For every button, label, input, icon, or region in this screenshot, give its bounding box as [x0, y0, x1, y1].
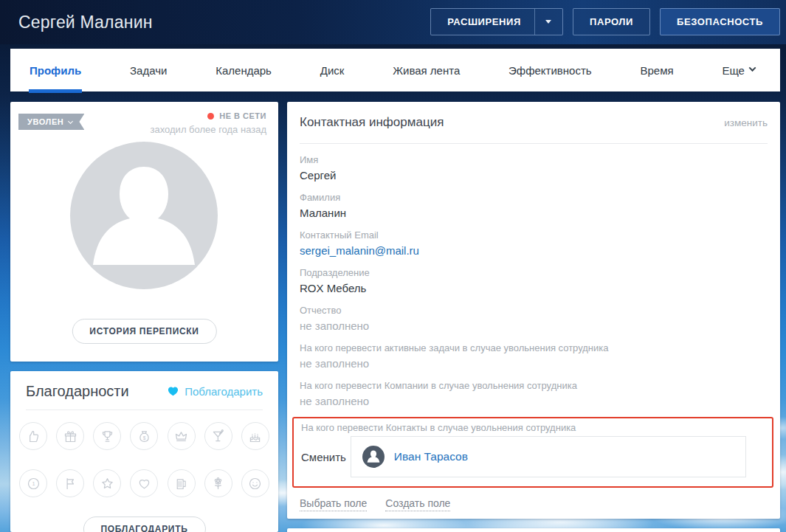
- person-silhouette-icon: [70, 142, 218, 289]
- money-bag-icon: $: [130, 422, 158, 450]
- fired-status-ribbon[interactable]: УВОЛЕН: [18, 114, 84, 130]
- badge-row-2: 1: [19, 469, 269, 497]
- offline-dot-icon: [207, 113, 214, 120]
- beer-icon: [168, 469, 196, 497]
- last-seen-text: заходил более года назад: [151, 124, 266, 135]
- change-link[interactable]: Сменить: [301, 451, 346, 463]
- flower-icon: [204, 469, 232, 497]
- tab-more[interactable]: Еще: [722, 49, 755, 91]
- extensions-dropdown-button[interactable]: [534, 9, 562, 35]
- trophy-icon: [93, 422, 121, 450]
- tab-profile-label: Профиль: [30, 64, 81, 77]
- field-value: не заполнено: [300, 394, 768, 409]
- heart-icon: [130, 469, 158, 497]
- create-field-link[interactable]: Создать поле: [385, 497, 450, 511]
- crown-icon: [168, 422, 196, 450]
- badge-grid: $ 1: [10, 410, 278, 497]
- contact-fields: Имя Сергей Фамилия Маланин Контактный Em…: [300, 144, 768, 511]
- chevron-down-icon: [748, 64, 756, 72]
- next-card-top-edge: [287, 528, 780, 532]
- profile-avatar: [70, 142, 218, 289]
- field-value: Сергей: [300, 168, 768, 183]
- person-silhouette-icon: [362, 446, 385, 468]
- tab-time[interactable]: Время: [640, 49, 673, 91]
- flag-icon: [56, 469, 84, 497]
- like-icon: [19, 422, 47, 450]
- presence-status: НЕ В СЕТИ: [219, 111, 266, 120]
- field-last-name: Фамилия Маланин: [300, 191, 768, 221]
- field-first-name: Имя Сергей: [300, 153, 768, 183]
- field-email: Контактный Email sergei_malanin@mail.ru: [300, 229, 768, 258]
- cake-icon: [241, 422, 269, 450]
- tab-calendar[interactable]: Календарь: [216, 49, 272, 91]
- star-icon: [93, 469, 121, 497]
- tab-tasks[interactable]: Задачи: [130, 49, 167, 91]
- medal-1-icon: 1: [19, 469, 47, 497]
- extensions-button[interactable]: РАСШИРЕНИЯ: [430, 8, 563, 35]
- tab-efficiency[interactable]: Эффективность: [509, 49, 592, 91]
- svg-text:$: $: [143, 435, 146, 440]
- highlighted-transfer-contacts-field: На кого перевести Контакты в случае увол…: [292, 417, 773, 488]
- security-button[interactable]: БЕЗОПАСНОСТЬ: [660, 8, 780, 35]
- tab-feed-label: Живая лента: [393, 64, 460, 77]
- field-label: Контактный Email: [300, 229, 768, 241]
- gift-icon: [56, 422, 84, 450]
- caret-down-icon: [545, 20, 551, 24]
- field-transfer-tasks: На кого перевести активные задачи в случ…: [300, 342, 768, 371]
- field-value: Маланин: [300, 206, 768, 221]
- person-avatar: [362, 446, 385, 468]
- tab-time-label: Время: [640, 64, 673, 77]
- field-value: не заполнено: [300, 356, 768, 371]
- smile-icon: [241, 469, 269, 497]
- thank-link-label: Поблагодарить: [185, 385, 263, 398]
- contact-info-card: Контактная информация изменить Имя Серге…: [287, 102, 780, 519]
- fired-status-label: УВОЛЕН: [27, 117, 63, 126]
- tab-disk[interactable]: Диск: [320, 49, 345, 91]
- heart-icon: [168, 386, 179, 396]
- field-label: На кого перевести Контакты в случае увол…: [301, 421, 765, 434]
- select-field-link[interactable]: Выбрать поле: [300, 497, 367, 511]
- thank-link[interactable]: Поблагодарить: [168, 385, 263, 398]
- svg-text:1: 1: [32, 480, 35, 487]
- passwords-button[interactable]: ПАРОЛИ: [573, 8, 650, 35]
- gratitude-title: Благодарности: [26, 383, 129, 400]
- field-label: Фамилия: [300, 191, 768, 204]
- gratitude-card: Благодарности Поблагодарить $ 1 ПОБЛАГОД…: [10, 371, 278, 532]
- field-department: Подразделение ROX Мебель: [300, 266, 768, 296]
- tab-calendar-label: Календарь: [216, 64, 272, 77]
- message-history-button[interactable]: ИСТОРИЯ ПЕРЕПИСКИ: [72, 319, 216, 344]
- tab-feed[interactable]: Живая лента: [393, 49, 460, 91]
- edit-link[interactable]: изменить: [724, 117, 768, 128]
- field-value: ROX Мебель: [300, 281, 768, 296]
- field-value: не заполнено: [300, 319, 768, 334]
- top-header: Сергей Маланин РАСШИРЕНИЯ ПАРОЛИ БЕЗОПАС…: [0, 0, 786, 44]
- cocktail-icon: [204, 422, 232, 450]
- field-label: На кого перевести Компании в случае увол…: [300, 379, 768, 392]
- field-label: Отчество: [300, 304, 768, 317]
- tab-disk-label: Диск: [320, 64, 345, 77]
- profile-tabbar: Профиль Задачи Календарь Диск Живая лент…: [10, 49, 780, 91]
- selected-person-link[interactable]: Иван Тарасов: [394, 450, 468, 463]
- contact-footer: Выбрать поле Создать поле: [300, 497, 768, 511]
- tab-tasks-label: Задачи: [130, 64, 167, 77]
- tab-profile[interactable]: Профиль: [30, 49, 81, 91]
- tab-more-label: Еще: [722, 64, 745, 77]
- field-transfer-companies: На кого перевести Компании в случае увол…: [300, 379, 768, 409]
- tab-efficiency-label: Эффективность: [509, 64, 592, 77]
- field-label: Подразделение: [300, 266, 768, 279]
- employee-selector-box: Иван Тарасов: [351, 436, 746, 477]
- chevron-down-icon: [68, 118, 73, 123]
- presence-block: НЕ В СЕТИ заходил более года назад: [151, 111, 266, 135]
- extensions-button-label: РАСШИРЕНИЯ: [431, 16, 534, 27]
- badge-row-1: $: [19, 422, 269, 450]
- contact-info-title: Контактная информация: [300, 115, 444, 130]
- page-title: Сергей Маланин: [18, 13, 153, 32]
- field-label: Имя: [300, 153, 768, 166]
- field-middle-name: Отчество не заполнено: [300, 304, 768, 334]
- thank-button[interactable]: ПОБЛАГОДАРИТЬ: [83, 517, 205, 532]
- security-button-label: БЕЗОПАСНОСТЬ: [677, 16, 763, 27]
- field-label: На кого перевести активные задачи в случ…: [300, 342, 768, 354]
- passwords-button-label: ПАРОЛИ: [590, 16, 633, 27]
- header-actions: РАСШИРЕНИЯ ПАРОЛИ БЕЗОПАСНОСТЬ: [430, 8, 780, 35]
- email-link[interactable]: sergei_malanin@mail.ru: [300, 243, 768, 258]
